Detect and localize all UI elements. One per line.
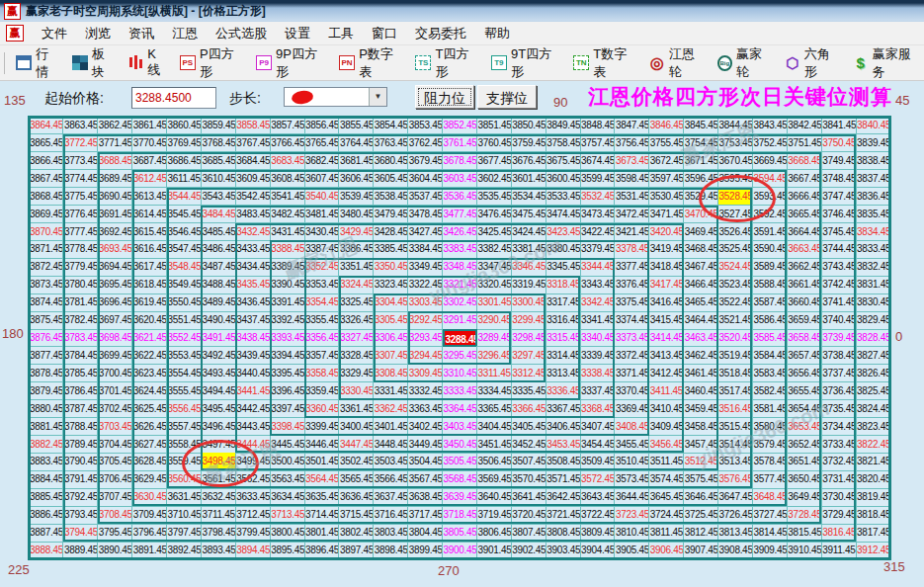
price-cell: 3621.45 bbox=[132, 329, 167, 347]
price-cell: 3340.45 bbox=[580, 329, 615, 347]
toolbar-button-P四方形[interactable]: PSP四方形 bbox=[177, 43, 247, 83]
step-combobox[interactable]: ▼ bbox=[284, 87, 387, 107]
price-cell: 3611.45 bbox=[167, 170, 202, 188]
price-cell: 3399.45 bbox=[304, 418, 339, 436]
toolbar-button-9T四方形[interactable]: T99T四方形 bbox=[488, 43, 564, 83]
price-cell: 3714.45 bbox=[304, 506, 339, 524]
price-cell: 3613.45 bbox=[132, 188, 167, 206]
price-cell: 3652.45 bbox=[787, 436, 821, 454]
menu-item-10[interactable]: 帮助 bbox=[484, 25, 510, 42]
menu-item-1[interactable]: 文件 bbox=[42, 25, 67, 42]
price-cell: 3609.45 bbox=[235, 170, 270, 188]
step-red-ellipse-swatch bbox=[291, 90, 314, 106]
price-cell: 3789.45 bbox=[63, 436, 98, 454]
toolbar-button-赢家服务[interactable]: $赢家服务 bbox=[850, 43, 924, 83]
support-button[interactable]: 支撑位 bbox=[477, 85, 537, 109]
price-cell: 3774.45 bbox=[63, 170, 98, 188]
price-cell: 3579.45 bbox=[752, 436, 787, 454]
price-cell: 3663.45 bbox=[787, 240, 821, 258]
toolbar-button-P数字表[interactable]: PNP数字表 bbox=[336, 43, 406, 83]
menu-item-8[interactable]: 窗口 bbox=[372, 25, 397, 42]
price-cell: 3666.45 bbox=[787, 188, 821, 206]
toolbar-button-T数字表[interactable]: TNT数字表 bbox=[570, 43, 640, 83]
price-cell: 3514.45 bbox=[718, 436, 753, 454]
toolbar-button-label: 六角形 bbox=[804, 45, 841, 81]
combobox-dropdown-arrow-icon[interactable]: ▼ bbox=[369, 88, 386, 106]
price-cell: 3617.45 bbox=[132, 258, 167, 276]
price-cell: 3642.45 bbox=[546, 488, 580, 506]
price-cell: 3703.45 bbox=[98, 418, 132, 436]
price-cell: 3336.45 bbox=[546, 382, 580, 400]
price-cell: 3845.45 bbox=[684, 117, 718, 134]
price-cell: 3860.45 bbox=[167, 117, 202, 134]
price-cell: 3637.45 bbox=[374, 488, 408, 506]
price-cell: 3429.45 bbox=[339, 223, 374, 241]
toolbar-button-9P四方形[interactable]: P99P四方形 bbox=[253, 43, 330, 83]
resistance-button[interactable]: 阻力位 bbox=[415, 85, 474, 109]
toolbar-button-板块[interactable]: 板块 bbox=[69, 43, 120, 83]
price-cell: 3545.45 bbox=[167, 206, 202, 223]
table-icon bbox=[16, 55, 32, 70]
price-cell: 3485.45 bbox=[201, 223, 235, 241]
toolbar-button-label: T四方形 bbox=[435, 45, 478, 81]
price-cell: 3568.45 bbox=[443, 470, 477, 488]
price-cell: 3747.45 bbox=[821, 188, 856, 206]
menu-item-5[interactable]: 公式选股 bbox=[215, 25, 267, 42]
menu-item-3[interactable]: 资讯 bbox=[128, 25, 154, 42]
price-cell: 3519.45 bbox=[718, 347, 753, 365]
toolbar-button-T四方形[interactable]: TST四方形 bbox=[412, 43, 482, 83]
menu-item-6[interactable]: 设置 bbox=[285, 25, 310, 42]
menu-item-2[interactable]: 浏览 bbox=[85, 25, 111, 42]
price-cell: 3840.45 bbox=[856, 117, 890, 134]
menu-item-7[interactable]: 工具 bbox=[328, 25, 354, 42]
toolbar-button-label: K线 bbox=[147, 46, 167, 79]
pn-box-icon: PN bbox=[339, 55, 355, 70]
price-cell: 3546.45 bbox=[167, 223, 202, 241]
price-cell: 3777.45 bbox=[63, 223, 98, 241]
window-titlebar[interactable]: 赢 赢家老子时空周期系统[纵横版] - [价格正方形] bbox=[0, 0, 924, 22]
price-cell: 3413.45 bbox=[649, 347, 684, 365]
price-cell: 3841.45 bbox=[821, 117, 856, 134]
gann-angle-label-45: 45 bbox=[895, 93, 909, 108]
price-cell: 3478.45 bbox=[408, 206, 443, 223]
price-cell: 3481.45 bbox=[304, 206, 339, 223]
price-cell: 3339.45 bbox=[580, 347, 615, 365]
price-cell: 3428.45 bbox=[374, 223, 408, 241]
toolbar-button-六角形[interactable]: ⬡六角形 bbox=[782, 43, 844, 83]
price-cell: 3454.45 bbox=[580, 436, 615, 454]
price-cell: 3882.45 bbox=[29, 436, 63, 454]
toolbar-button-行情[interactable]: 行情 bbox=[13, 43, 63, 83]
price-cell: 3886.45 bbox=[29, 506, 63, 524]
price-cell: 3858.45 bbox=[235, 117, 270, 134]
price-cell: 3640.45 bbox=[476, 488, 511, 506]
price-cell: 3361.45 bbox=[339, 400, 374, 418]
price-cell: 3885.45 bbox=[29, 488, 63, 506]
price-cell: 3856.45 bbox=[304, 117, 339, 134]
toolbar-button-label: P数字表 bbox=[359, 45, 403, 81]
price-cell: 3346.45 bbox=[511, 258, 546, 276]
price-cell: 3895.45 bbox=[270, 542, 304, 559]
price-cell: 3742.45 bbox=[821, 276, 856, 294]
menu-item-4[interactable]: 江恩 bbox=[172, 25, 198, 42]
price-cell: 3338.45 bbox=[580, 365, 615, 382]
toolbar-button-K线[interactable]: K线 bbox=[125, 44, 171, 81]
toolbar-button-赢家轮[interactable]: Big赢家轮 bbox=[714, 43, 776, 83]
price-cell: 3489.45 bbox=[201, 294, 235, 311]
toolbar-button-江恩轮[interactable]: ◎江恩轮 bbox=[646, 43, 709, 83]
price-cell: 3556.45 bbox=[167, 400, 202, 418]
price-cell: 3467.45 bbox=[684, 258, 718, 276]
price-cell: 3702.45 bbox=[98, 400, 132, 418]
price-cell: 3711.45 bbox=[201, 506, 235, 524]
price-cell: 3849.45 bbox=[546, 117, 580, 134]
menu-logo-icon: 赢 bbox=[6, 25, 24, 42]
price-cell: 3313.45 bbox=[546, 365, 580, 382]
toolbar-button-label: 板块 bbox=[92, 45, 117, 81]
price-cell: 3583.45 bbox=[752, 365, 787, 382]
start-price-input[interactable] bbox=[131, 87, 216, 109]
price-cell: 3518.45 bbox=[718, 365, 753, 382]
price-cell: 3290.45 bbox=[476, 311, 511, 329]
price-cell: 3817.45 bbox=[856, 524, 890, 542]
price-cell: 3744.45 bbox=[821, 240, 856, 258]
price-cell: 3809.45 bbox=[580, 524, 615, 542]
menu-item-9[interactable]: 交易委托 bbox=[415, 25, 466, 42]
